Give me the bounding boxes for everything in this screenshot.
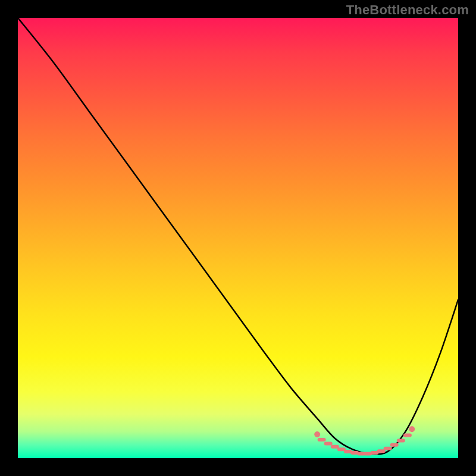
marker-dot [315,432,320,437]
highlight-markers [315,427,415,454]
plot-area [18,18,458,458]
watermark-text: TheBottleneck.com [346,2,469,18]
bottleneck-curve [18,18,458,454]
chart-overlay [18,18,458,458]
marker-dot [409,427,415,432]
chart-frame: TheBottleneck.com [0,0,476,476]
